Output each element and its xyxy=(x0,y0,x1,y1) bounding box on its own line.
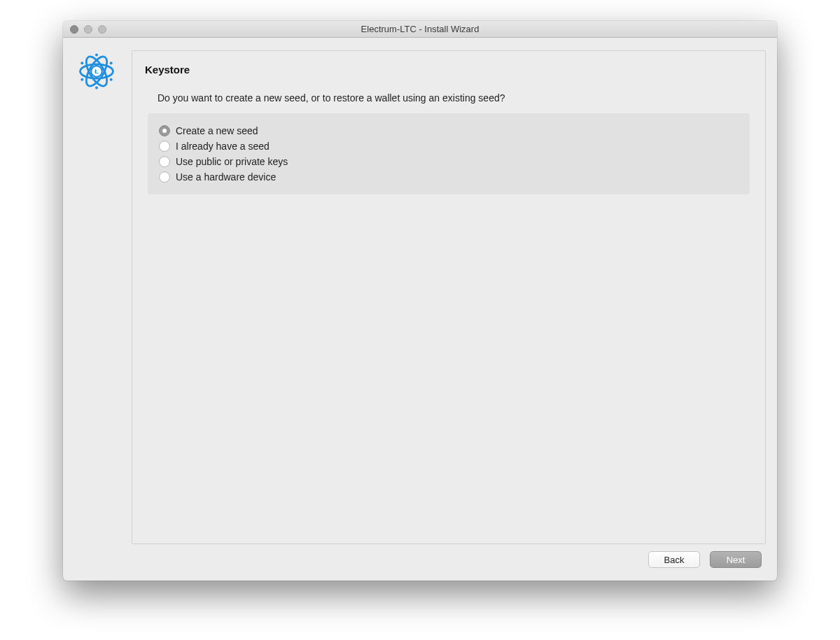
svg-text:Ł: Ł xyxy=(94,68,99,75)
svg-point-9 xyxy=(110,78,113,81)
close-window-button[interactable] xyxy=(70,25,78,34)
zoom-window-button[interactable] xyxy=(98,25,106,34)
radio-icon xyxy=(159,141,170,152)
svg-point-7 xyxy=(110,62,113,64)
option-use-public-or-private-keys[interactable]: Use public or private keys xyxy=(159,154,738,169)
next-button[interactable]: Next xyxy=(710,551,762,568)
window-controls xyxy=(63,25,106,34)
titlebar: Electrum-LTC - Install Wizard xyxy=(63,21,777,38)
window-body: Ł Keystore Do you want to create a new s… xyxy=(63,38,777,581)
option-label: I already have a seed xyxy=(176,141,270,152)
panel-prompt: Do you want to create a new seed, or to … xyxy=(158,92,752,104)
option-i-already-have-a-seed[interactable]: I already have a seed xyxy=(159,138,738,154)
button-label: Back xyxy=(664,555,685,565)
wizard-footer: Back Next xyxy=(74,544,766,571)
radio-icon xyxy=(159,171,170,183)
panel-heading: Keystore xyxy=(145,64,752,76)
option-create-new-seed[interactable]: Create a new seed xyxy=(159,123,738,138)
svg-point-5 xyxy=(95,54,98,57)
keystore-options: Create a new seed I already have a seed … xyxy=(148,113,750,194)
radio-icon xyxy=(159,125,170,136)
option-label: Use public or private keys xyxy=(176,156,288,167)
window-title: Electrum-LTC - Install Wizard xyxy=(63,24,777,34)
svg-point-10 xyxy=(80,62,83,64)
install-wizard-window: Electrum-LTC - Install Wizard Ł xyxy=(63,21,777,581)
radio-icon xyxy=(159,156,170,167)
button-label: Next xyxy=(727,555,746,565)
content-row: Ł Keystore Do you want to create a new s… xyxy=(74,50,766,544)
back-button[interactable]: Back xyxy=(648,551,700,568)
wizard-panel: Keystore Do you want to create a new see… xyxy=(132,50,766,544)
minimize-window-button[interactable] xyxy=(84,25,92,34)
option-label: Use a hardware device xyxy=(176,171,276,183)
option-use-a-hardware-device[interactable]: Use a hardware device xyxy=(159,169,738,185)
option-label: Create a new seed xyxy=(176,125,258,136)
svg-point-8 xyxy=(80,78,83,81)
electrum-ltc-logo-icon: Ł xyxy=(74,50,116,544)
svg-point-6 xyxy=(95,87,98,90)
